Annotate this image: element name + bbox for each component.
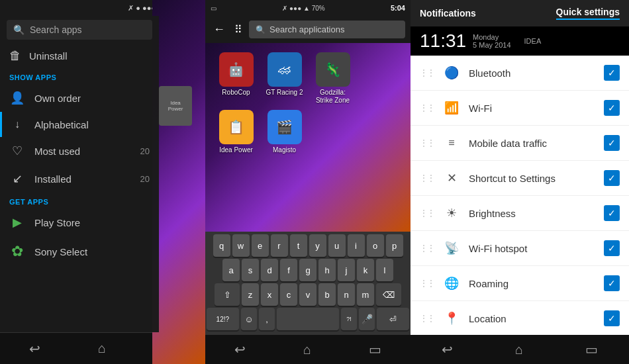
back-button-p2[interactable]: ←	[211, 20, 228, 39]
back-button-p2-nav[interactable]: ↩	[234, 341, 246, 357]
key-l[interactable]: l	[376, 259, 393, 281]
key-q[interactable]: q	[213, 234, 230, 257]
key-p[interactable]: p	[386, 234, 403, 257]
nav-installed[interactable]: ↙ Installed 20	[0, 165, 159, 193]
key-i[interactable]: i	[348, 234, 365, 257]
wifi-checkbox[interactable]: ✓	[604, 100, 620, 116]
brightness-label: Brightness	[469, 208, 596, 219]
setting-mobile-data[interactable]: ⋮⋮ ≡ Mobile data traffic ✓	[411, 126, 629, 161]
keyboard: q w e r t y u i o p a s d f g h j k l ⇧ …	[205, 232, 411, 335]
bluetooth-label: Bluetooth	[469, 68, 596, 79]
setting-brightness[interactable]: ⋮⋮ ☀ Brightness ✓	[411, 196, 629, 231]
key-comma[interactable]: ,	[259, 308, 275, 330]
key-b[interactable]: b	[318, 283, 336, 306]
bluetooth-checkbox[interactable]: ✓	[604, 65, 620, 81]
bottom-nav-p3: ↩ ⌂ ▭	[411, 335, 629, 364]
drag-handle-mobile-data: ⋮⋮	[420, 138, 434, 148]
app-godzilla[interactable]: 🦎 Godzilla: Strike Zone	[311, 52, 354, 105]
recents-button-p3[interactable]: ▭	[585, 341, 598, 357]
key-h[interactable]: h	[318, 259, 336, 281]
tab-notifications[interactable]: Notifications	[420, 8, 476, 19]
key-emoji[interactable]: ☺	[241, 308, 257, 330]
app-icon-idea-power: 📋	[219, 110, 254, 144]
status-icons-p2: ✗ ●●● ▲ 70%	[282, 5, 324, 12]
key-n[interactable]: n	[338, 283, 355, 306]
key-d[interactable]: d	[261, 259, 278, 281]
most-used-badge: 20	[140, 146, 150, 156]
app-label-gt-racing: GT Racing 2	[266, 89, 303, 97]
key-numbers[interactable]: 12!?	[207, 308, 239, 330]
roaming-icon: 🌐	[442, 274, 461, 293]
wifi-hotspot-checkbox[interactable]: ✓	[604, 240, 620, 256]
nav-most-used[interactable]: ♡ Most used 20	[0, 137, 159, 165]
status-bar-p2: ▭ ✗ ●●● ▲ 70% 5:04	[205, 0, 411, 16]
search-apps-bar[interactable]: 🔍 Search apps	[7, 20, 152, 40]
nav-own-order[interactable]: 👤 Own order	[0, 84, 159, 112]
key-backspace[interactable]: ⌫	[376, 283, 401, 306]
search-applications-bar[interactable]: 🔍 Search applications	[249, 21, 405, 38]
p2-top-bar: ← ⠿ 🔍 Search applications	[205, 16, 411, 43]
key-shift[interactable]: ⇧	[215, 283, 240, 306]
key-v[interactable]: v	[299, 283, 316, 306]
key-y[interactable]: y	[309, 234, 326, 257]
mobile-data-checkbox[interactable]: ✓	[604, 135, 620, 151]
key-t[interactable]: t	[290, 234, 307, 257]
app-idea-power[interactable]: 📋 Idea Power	[215, 110, 258, 154]
bluetooth-icon: 🔵	[442, 64, 461, 82]
key-f[interactable]: f	[280, 259, 297, 281]
status-left-p2: ▭	[211, 5, 217, 12]
setting-location[interactable]: ⋮⋮ 📍 Location ✓	[411, 301, 629, 335]
drag-handle-wifi: ⋮⋮	[420, 103, 434, 113]
key-punct[interactable]: ?!	[341, 308, 357, 330]
carrier-label: IDEA	[524, 37, 542, 45]
home-button-p3[interactable]: ⌂	[515, 342, 523, 357]
key-space[interactable]	[277, 308, 339, 330]
key-k[interactable]: k	[357, 259, 374, 281]
brightness-checkbox[interactable]: ✓	[604, 205, 620, 221]
back-button-p1[interactable]: ↩	[29, 341, 40, 357]
key-r[interactable]: r	[271, 234, 288, 257]
tab-quick-settings[interactable]: Quick settings	[556, 7, 620, 20]
shortcut-checkbox[interactable]: ✓	[604, 170, 620, 186]
home-button-p2[interactable]: ⌂	[303, 342, 311, 357]
key-mic[interactable]: 🎤	[359, 308, 375, 330]
key-enter[interactable]: ⏎	[377, 308, 409, 330]
wifi-label: Wi-Fi	[469, 103, 596, 114]
key-z[interactable]: z	[242, 283, 259, 306]
key-a[interactable]: a	[222, 259, 240, 281]
app-robocop[interactable]: 🤖 RoboCop	[215, 52, 258, 105]
key-e[interactable]: e	[252, 234, 269, 257]
app-gt-racing[interactable]: 🏎 GT Racing 2	[263, 52, 306, 105]
app-magisto[interactable]: 🎬 Magisto	[263, 110, 306, 154]
grid-button-p2[interactable]: ⠿	[232, 21, 245, 38]
key-o[interactable]: o	[367, 234, 384, 257]
key-m[interactable]: m	[357, 283, 374, 306]
key-s[interactable]: s	[242, 259, 259, 281]
setting-wifi-hotspot[interactable]: ⋮⋮ 📡 Wi-Fi hotspot ✓	[411, 231, 629, 266]
nav-sony-select[interactable]: ✿ Sony Select	[0, 236, 159, 267]
nav-play-store[interactable]: ▶ Play Store	[0, 208, 159, 236]
brightness-icon: ☀	[442, 204, 461, 222]
location-checkbox[interactable]: ✓	[604, 310, 620, 326]
uninstall-row[interactable]: 🗑 Uninstall	[0, 44, 159, 68]
home-button-p1[interactable]: ⌂	[98, 341, 106, 356]
setting-bluetooth[interactable]: ⋮⋮ 🔵 Bluetooth ✓	[411, 56, 629, 91]
search-applications-placeholder: Search applications	[269, 24, 344, 34]
nav-alphabetical[interactable]: ↓ Alphabetical	[0, 112, 159, 137]
setting-wifi[interactable]: ⋮⋮ 📶 Wi-Fi ✓	[411, 91, 629, 126]
key-g[interactable]: g	[299, 259, 316, 281]
roaming-checkbox[interactable]: ✓	[604, 275, 620, 291]
key-j[interactable]: j	[338, 259, 355, 281]
back-button-p3[interactable]: ↩	[442, 341, 453, 357]
key-c[interactable]: c	[280, 283, 297, 306]
installed-icon: ↙	[9, 171, 25, 186]
app-drawer-panel: ✗ ● ●●● ▲ 70% 5:04 🔍 Search apps 🗑 Unins…	[0, 0, 205, 364]
recents-button-p2[interactable]: ▭	[369, 341, 381, 357]
key-w[interactable]: w	[232, 234, 250, 257]
setting-roaming[interactable]: ⋮⋮ 🌐 Roaming ✓	[411, 266, 629, 301]
key-x[interactable]: x	[261, 283, 278, 306]
setting-shortcut[interactable]: ⋮⋮ ✕ Shortcut to Settings ✓	[411, 161, 629, 196]
wifi-hotspot-label: Wi-Fi hotspot	[469, 243, 596, 254]
day-label: Monday	[473, 33, 510, 41]
key-u[interactable]: u	[328, 234, 346, 257]
